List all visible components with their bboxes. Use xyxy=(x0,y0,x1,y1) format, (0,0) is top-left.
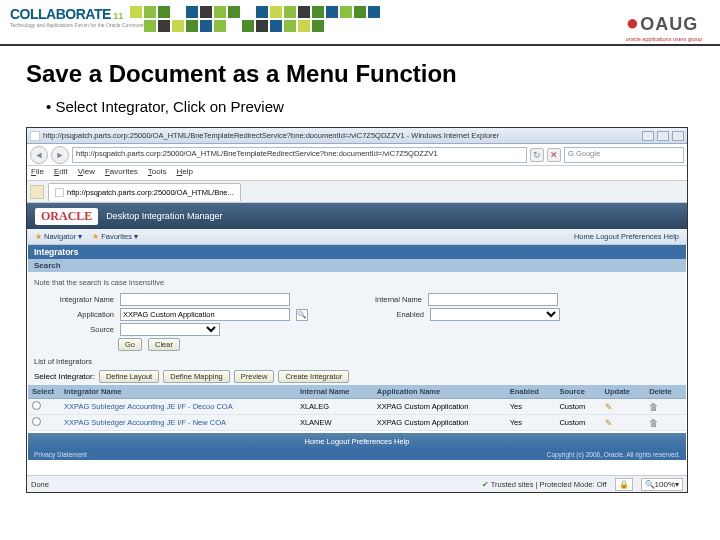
ie-navbar: ◄ ► http://psqpatch.parts.corp:25000/OA_… xyxy=(27,144,687,166)
row-select-radio[interactable] xyxy=(32,401,41,410)
go-button[interactable]: Go xyxy=(118,338,142,351)
enabled-select[interactable] xyxy=(430,308,560,321)
source-label: Source xyxy=(34,325,114,334)
security-icon[interactable]: 🔒 xyxy=(615,478,633,491)
favorites-icon[interactable] xyxy=(30,185,44,199)
collaborate-logo: COLLABORATE 11 Technology and Applicatio… xyxy=(10,6,147,28)
integrator-name-label: Integrator Name xyxy=(34,295,114,304)
define-mapping-button[interactable]: Define Mapping xyxy=(163,370,230,383)
application-input[interactable] xyxy=(120,308,290,321)
delete-icon[interactable]: 🗑 xyxy=(649,402,658,412)
table-row: XXPAG Subledger Accounting JE I/F - Deco… xyxy=(28,399,686,415)
search-note: Note that the search is case insensitive xyxy=(34,276,680,291)
copyright: Privacy Statement Copyright (c) 2006, Or… xyxy=(28,449,686,460)
update-icon[interactable]: ✎ xyxy=(605,402,613,412)
define-layout-button[interactable]: Define Layout xyxy=(99,370,159,383)
preview-button[interactable]: Preview xyxy=(234,370,275,383)
ie-tabstrip: http://psqpatch.parts.corp:25000/OA_HTML… xyxy=(27,181,687,203)
internal-name-input[interactable] xyxy=(428,293,558,306)
window-controls[interactable] xyxy=(642,131,684,141)
oracle-header: ORACLE Desktop Integration Manager xyxy=(27,203,687,229)
create-integrator-button[interactable]: Create Integrator xyxy=(278,370,349,383)
refresh-button[interactable]: ↻ xyxy=(530,148,544,162)
select-integrator-label: Select Integrator: xyxy=(34,372,95,381)
decorative-squares xyxy=(130,6,390,32)
navigator-menu[interactable]: ★Navigator ▾ xyxy=(35,232,82,241)
forward-button[interactable]: ► xyxy=(51,146,69,164)
integrator-name-input[interactable] xyxy=(120,293,290,306)
enabled-label: Enabled xyxy=(344,310,424,319)
clear-button[interactable]: Clear xyxy=(148,338,180,351)
update-icon[interactable]: ✎ xyxy=(605,418,613,428)
screenshot-frame: http://psqpatch.parts.corp:25000/OA_HTML… xyxy=(26,127,688,493)
integrators-table: Select Integrator Name Internal Name App… xyxy=(28,385,686,431)
integrators-header: Integrators xyxy=(28,245,686,259)
oracle-logo: ORACLE xyxy=(35,208,98,225)
global-links[interactable]: Home Logout Preferences Help xyxy=(574,232,679,241)
back-button[interactable]: ◄ xyxy=(30,146,48,164)
zoom-control[interactable]: 🔍 100% ▾ xyxy=(641,478,683,491)
address-bar[interactable]: http://psqpatch.parts.corp:25000/OA_HTML… xyxy=(72,147,527,163)
integrator-link[interactable]: XXPAG Subledger Accounting JE I/F - Deco… xyxy=(64,402,233,411)
oracle-subnav: ★Navigator ▾ ★Favorites ▾ Home Logout Pr… xyxy=(27,229,687,245)
oaug-logo: ●OAUG oracle applications users group xyxy=(626,10,702,42)
app-footer-links[interactable]: Home Logout Preferences Help xyxy=(28,433,686,449)
favorites-menu[interactable]: ★Favorites ▾ xyxy=(92,232,138,241)
browser-tab[interactable]: http://psqpatch.parts.corp:25000/OA_HTML… xyxy=(48,183,241,201)
tab-favicon-icon xyxy=(55,188,64,197)
integrator-link[interactable]: XXPAG Subledger Accounting JE I/F - New … xyxy=(64,418,226,427)
trusted-sites-indicator: ✔ Trusted sites | Protected Mode: Off xyxy=(482,480,607,489)
row-select-radio[interactable] xyxy=(32,417,41,426)
status-text: Done xyxy=(31,480,49,489)
ie-statusbar: Done ✔ Trusted sites | Protected Mode: O… xyxy=(27,475,687,492)
page-title: Save a Document as a Menu Function xyxy=(26,60,694,88)
browser-search-input[interactable]: G Google xyxy=(564,147,684,163)
lov-icon[interactable]: 🔍 xyxy=(296,309,308,321)
source-select[interactable] xyxy=(120,323,220,336)
delete-icon[interactable]: 🗑 xyxy=(649,418,658,428)
list-header: List of Integrators xyxy=(28,357,686,368)
page-favicon-icon xyxy=(30,131,40,141)
slide-header: COLLABORATE 11 Technology and Applicatio… xyxy=(0,0,720,46)
ie-menu[interactable]: FileEditViewFavoritesToolsHelp xyxy=(27,166,687,181)
instruction-bullet: Select Integrator, Click on Preview xyxy=(46,98,694,115)
search-header: Search xyxy=(28,259,686,272)
application-label: Application xyxy=(34,310,114,319)
ie-titlebar: http://psqpatch.parts.corp:25000/OA_HTML… xyxy=(27,128,687,144)
table-row: XXPAG Subledger Accounting JE I/F - New … xyxy=(28,415,686,431)
stop-button[interactable]: ✕ xyxy=(547,148,561,162)
internal-name-label: Internal Name xyxy=(342,295,422,304)
